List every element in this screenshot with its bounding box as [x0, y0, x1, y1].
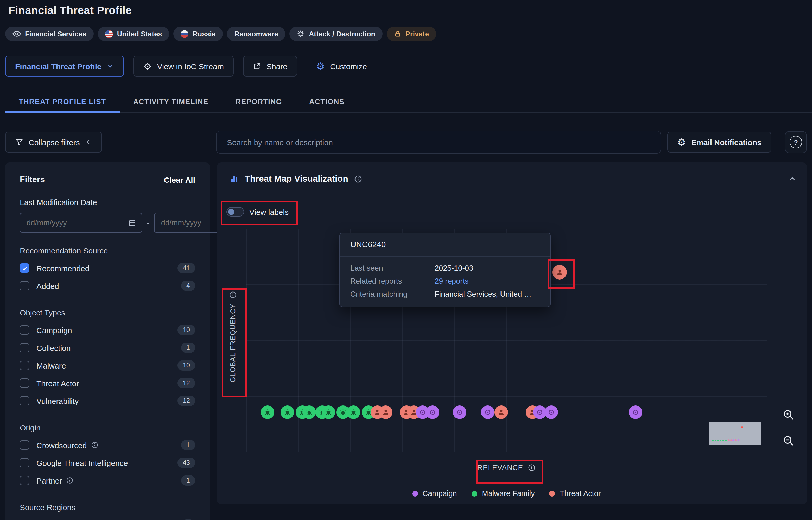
info-icon[interactable] [528, 464, 535, 471]
filter-row-campaign[interactable]: Campaign 10 [20, 321, 195, 339]
filter-row-google-threat-intelligence[interactable]: Google Threat Intelligence 43 [20, 454, 195, 472]
view-ioc-stream-button[interactable]: View in IoC Stream [133, 56, 234, 77]
tag-label: Financial Services [25, 30, 86, 38]
tab-reporting[interactable]: REPORTING [222, 89, 296, 112]
profile-selector-label: Financial Threat Profile [15, 62, 102, 71]
help-button[interactable]: ? [785, 131, 807, 153]
date-from-field[interactable] [20, 213, 142, 233]
chart-point-campaign[interactable] [481, 405, 495, 419]
toggle-knob [228, 208, 234, 215]
filter-count: 12 [178, 378, 195, 388]
calendar-icon[interactable] [128, 218, 136, 227]
checkbox[interactable] [20, 325, 29, 335]
checkbox[interactable] [20, 476, 29, 485]
chart-point-campaign[interactable] [453, 405, 466, 419]
collapse-filters-button[interactable]: Collapse filters [5, 132, 102, 153]
filters-panel: Filters Clear All Last Modification Date… [5, 162, 210, 520]
legend-label: Threat Actor [560, 489, 601, 498]
tag-chip-russia[interactable]: Russia [173, 27, 223, 41]
filter-row-americas[interactable]: Americas 1 [20, 516, 195, 520]
question-mark-icon: ? [790, 136, 802, 148]
y-axis-label: GLOBAL FREQUENCY [229, 304, 237, 382]
chart-point-malware[interactable] [281, 405, 294, 419]
chart-point-campaign[interactable] [545, 405, 558, 419]
chevron-left-icon [85, 138, 93, 146]
checkbox[interactable] [20, 343, 29, 353]
chart-point-campaign[interactable] [426, 405, 439, 419]
share-button[interactable]: Share [243, 56, 297, 77]
legend-label: Campaign [422, 489, 457, 498]
filter-label: Malware [36, 361, 66, 370]
filter-row-partner[interactable]: Partner 1 [20, 472, 195, 489]
legend-item-malware-family: Malware Family [472, 489, 535, 498]
minimap-dot [728, 439, 730, 441]
tag-chip-private[interactable]: Private [387, 27, 436, 41]
chart-point-threat_actor-highlighted[interactable] [552, 265, 567, 280]
date-from-input[interactable] [26, 218, 125, 228]
filter-row-malware[interactable]: Malware 10 [20, 357, 195, 374]
source-regions-label: Source Regions [20, 503, 195, 512]
filter-row-added[interactable]: Added 4 [20, 277, 195, 295]
x-axis: RELEVANCE [246, 463, 767, 472]
search-input[interactable] [226, 137, 651, 147]
zoom-out-button[interactable] [781, 433, 796, 449]
customize-button[interactable]: ⚙ Customize [307, 56, 376, 77]
view-labels-row: View labels [227, 207, 289, 216]
tooltip-title: UNC6240 [340, 233, 550, 257]
chart-point-malware[interactable] [347, 405, 360, 419]
email-notifications-button[interactable]: ⚙ Email Notifications [667, 132, 771, 153]
filter-row-crowdsourced[interactable]: Crowdsourced 1 [20, 436, 195, 454]
collapse-filters-label: Collapse filters [29, 138, 80, 147]
eye-icon [12, 30, 21, 38]
chart-legend: Campaign Malware Family Threat Actor [246, 489, 767, 498]
tag-chip-ransomware[interactable]: Ransomware [227, 27, 286, 41]
chevron-up-icon[interactable] [788, 175, 796, 183]
minimap-dot [725, 440, 727, 441]
chart-point-campaign[interactable] [629, 405, 642, 419]
checkbox[interactable] [20, 361, 29, 370]
filter-count: 43 [178, 458, 195, 468]
filter-row-collection[interactable]: Collection 1 [20, 339, 195, 357]
tab-actions[interactable]: ACTIONS [296, 89, 358, 112]
zoom-in-button[interactable] [781, 407, 796, 423]
chart-point-malware[interactable] [261, 405, 274, 419]
filter-label: Crowdsourced [36, 441, 87, 449]
tag-label: United States [117, 30, 162, 38]
chart-point-threat_actor[interactable] [379, 405, 392, 419]
checkbox[interactable] [20, 440, 29, 450]
info-icon[interactable] [354, 175, 362, 183]
related-reports-link[interactable]: 29 reports [435, 277, 540, 285]
tab-activity-timeline[interactable]: ACTIVITY TIMELINE [120, 89, 222, 112]
checkbox[interactable] [20, 458, 29, 467]
info-icon[interactable] [66, 477, 73, 484]
checkbox-checked[interactable] [20, 263, 29, 273]
minimap-dot [712, 440, 714, 441]
tab-bar: THREAT PROFILE LIST ACTIVITY TIMELINE RE… [5, 89, 812, 113]
filter-count: 1 [181, 475, 195, 486]
tag-label: Private [405, 30, 429, 38]
checkbox[interactable] [20, 281, 29, 290]
tag-label: Ransomware [235, 30, 278, 38]
checkbox[interactable] [20, 379, 29, 388]
info-icon[interactable] [229, 291, 237, 299]
tag-chip-financial-services[interactable]: Financial Services [5, 27, 94, 41]
object-types-label: Object Types [20, 308, 195, 317]
tag-chip-united-states[interactable]: United States [98, 27, 169, 41]
chart-minimap[interactable] [709, 422, 761, 445]
chart-point-malware[interactable] [303, 405, 316, 419]
filter-row-recommended[interactable]: Recommended 41 [20, 259, 195, 277]
last-modification-date-label: Last Modification Date [20, 198, 195, 207]
checkbox[interactable] [20, 396, 29, 406]
filter-row-vulnerability[interactable]: Vulnerability 12 [20, 392, 195, 410]
view-labels-toggle[interactable] [227, 207, 244, 216]
tag-chip-attack-destruction[interactable]: Attack / Destruction [290, 27, 383, 41]
tab-threat-profile-list[interactable]: THREAT PROFILE LIST [5, 89, 120, 112]
gear-icon: ⚙ [316, 61, 325, 71]
chart-point-malware[interactable] [322, 405, 335, 419]
chart-point-threat_actor[interactable] [495, 405, 508, 419]
clear-all-button[interactable]: Clear All [164, 175, 195, 184]
profile-selector-dropdown[interactable]: Financial Threat Profile [5, 56, 124, 77]
filter-count: 1 [181, 342, 195, 353]
info-icon[interactable] [91, 441, 98, 449]
filter-row-threat-actor[interactable]: Threat Actor 12 [20, 374, 195, 392]
